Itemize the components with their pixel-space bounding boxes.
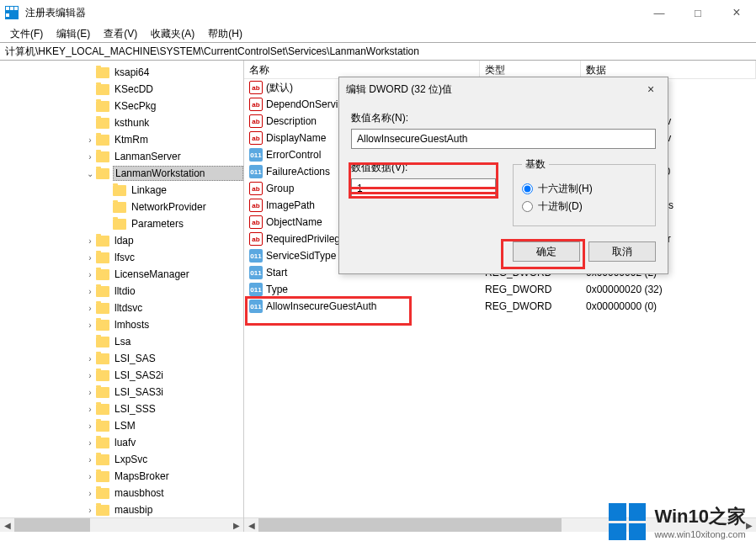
folder-icon: [96, 135, 109, 146]
radio-hex[interactable]: 十六进制(H): [522, 182, 647, 196]
minimize-button[interactable]: —: [640, 0, 679, 25]
tree-node[interactable]: KSecPkg: [0, 98, 243, 114]
chevron-right-icon[interactable]: ›: [84, 506, 96, 515]
tree-node[interactable]: ›lltdio: [0, 283, 243, 300]
tree-node[interactable]: ksthunk: [0, 114, 243, 131]
column-name[interactable]: 名称: [244, 61, 480, 78]
tree-node[interactable]: ›KtmRm: [0, 131, 243, 148]
maximize-button[interactable]: □: [679, 0, 717, 25]
menu-view[interactable]: 查看(V): [97, 25, 144, 43]
string-value-icon: ab: [249, 215, 263, 229]
address-bar[interactable]: 计算机\HKEY_LOCAL_MACHINE\SYSTEM\CurrentCon…: [0, 42, 756, 61]
tree-node[interactable]: ›lfsvc: [0, 249, 243, 266]
scroll-left-icon[interactable]: ◀: [0, 518, 14, 532]
scroll-left-icon[interactable]: ◀: [244, 518, 258, 532]
chevron-right-icon[interactable]: ›: [84, 371, 96, 380]
tree-node[interactable]: ›luafv: [0, 434, 243, 451]
chevron-down-icon[interactable]: ⌄: [84, 169, 96, 178]
chevron-right-icon[interactable]: ›: [84, 304, 96, 313]
column-type[interactable]: 类型: [480, 61, 581, 78]
tree-node[interactable]: ›LanmanServer: [0, 148, 243, 165]
chevron-right-icon[interactable]: ›: [84, 472, 96, 481]
dialog-close-button[interactable]: ×: [641, 82, 661, 96]
tree-node[interactable]: Parameters: [0, 215, 243, 232]
tree-node[interactable]: Lsa: [0, 333, 243, 350]
tree-node[interactable]: ›LxpSvc: [0, 451, 243, 468]
tree-node[interactable]: ›MapsBroker: [0, 468, 243, 485]
name-input[interactable]: [351, 129, 656, 149]
cancel-button[interactable]: 取消: [588, 241, 656, 262]
chevron-right-icon[interactable]: ›: [84, 236, 96, 246]
folder-icon: [96, 337, 109, 347]
tree-label: mausbip: [113, 503, 243, 517]
tree-node[interactable]: KSecDD: [0, 81, 243, 98]
chevron-right-icon[interactable]: ›: [84, 422, 96, 431]
scroll-right-icon[interactable]: ▶: [229, 518, 243, 532]
value-name: ErrorControl: [266, 149, 321, 161]
tree-node[interactable]: ⌄LanmanWorkstation: [0, 165, 243, 182]
menu-edit[interactable]: 编辑(E): [50, 25, 97, 43]
tree-node[interactable]: ›LSI_SAS2i: [0, 367, 243, 384]
chevron-right-icon[interactable]: ›: [84, 321, 96, 330]
chevron-right-icon[interactable]: ›: [84, 253, 96, 263]
value-type: REG_DWORD: [480, 283, 581, 296]
close-button[interactable]: ×: [717, 0, 756, 25]
scroll-thumb[interactable]: [14, 518, 90, 532]
column-data[interactable]: 数据: [581, 61, 756, 78]
string-value-icon: ab: [249, 182, 263, 195]
tree-node[interactable]: NetworkProvider: [0, 199, 243, 215]
tree-node[interactable]: ›lmhosts: [0, 316, 243, 333]
tree-node[interactable]: ›lltdsvc: [0, 300, 243, 316]
tree-label: LanmanWorkstation: [113, 166, 243, 181]
tree-label: LanmanServer: [113, 150, 243, 163]
radio-dec[interactable]: 十进制(D): [522, 199, 647, 214]
chevron-right-icon[interactable]: ›: [84, 388, 96, 397]
value-row[interactable]: 011AllowInsecureGuestAuthREG_DWORD0x0000…: [244, 298, 756, 315]
radio-hex-input[interactable]: [522, 183, 533, 194]
dialog-body: 数值名称(N): 数值数据(V): 基数 十六进制(H) 十进制(D) 确定 取…: [339, 101, 668, 273]
chevron-right-icon[interactable]: ›: [84, 135, 96, 145]
menu-help[interactable]: 帮助(H): [201, 25, 249, 43]
tree-scrollbar-h[interactable]: ◀ ▶: [0, 517, 243, 532]
tree-label: Linkage: [130, 183, 243, 197]
scroll-thumb[interactable]: [258, 518, 562, 532]
string-value-icon: ab: [249, 131, 263, 145]
chevron-right-icon[interactable]: ›: [84, 270, 96, 279]
menu-fav[interactable]: 收藏夹(A): [144, 25, 201, 43]
watermark-url: www.win10xitong.com: [654, 529, 746, 539]
chevron-right-icon[interactable]: ›: [84, 287, 96, 296]
value-data: 0x00000020 (32): [581, 283, 756, 296]
tree-node[interactable]: ksapi64: [0, 64, 243, 81]
value-data-input[interactable]: [351, 178, 496, 199]
tree-node[interactable]: ›LSM: [0, 417, 243, 434]
value-name: ServiceSidType: [266, 250, 336, 262]
tree-label: LicenseManager: [113, 268, 243, 281]
tree-node[interactable]: ›LSI_SSS: [0, 401, 243, 417]
value-row[interactable]: 011TypeREG_DWORD0x00000020 (32): [244, 281, 756, 298]
tree-node[interactable]: ›LSI_SAS: [0, 350, 243, 367]
tree-node[interactable]: ›mausbip: [0, 501, 243, 518]
folder-icon: [96, 118, 109, 129]
chevron-right-icon[interactable]: ›: [84, 489, 96, 498]
tree[interactable]: ksapi64KSecDDKSecPkgksthunk›KtmRm›Lanman…: [0, 61, 243, 532]
chevron-right-icon[interactable]: ›: [84, 438, 96, 448]
chevron-right-icon[interactable]: ›: [84, 455, 96, 464]
tree-label: MapsBroker: [113, 469, 243, 483]
ok-button[interactable]: 确定: [513, 241, 580, 262]
chevron-right-icon[interactable]: ›: [84, 152, 96, 162]
chevron-right-icon[interactable]: ›: [84, 354, 96, 363]
dialog-titlebar[interactable]: 编辑 DWORD (32 位)值 ×: [339, 77, 668, 101]
menu-file[interactable]: 文件(F): [3, 25, 50, 43]
folder-icon: [96, 151, 109, 162]
tree-node[interactable]: ›LSI_SAS3i: [0, 384, 243, 401]
tree-node[interactable]: ›mausbhost: [0, 485, 243, 501]
folder-icon: [96, 471, 109, 482]
chevron-right-icon[interactable]: ›: [84, 405, 96, 414]
tree-node[interactable]: Linkage: [0, 182, 243, 199]
tree-node[interactable]: ›LicenseManager: [0, 266, 243, 283]
value-name: Start: [266, 267, 287, 278]
string-value-icon: ab: [249, 232, 263, 246]
radio-dec-input[interactable]: [522, 201, 533, 212]
tree-node[interactable]: ›ldap: [0, 232, 243, 249]
folder-icon: [96, 421, 109, 432]
